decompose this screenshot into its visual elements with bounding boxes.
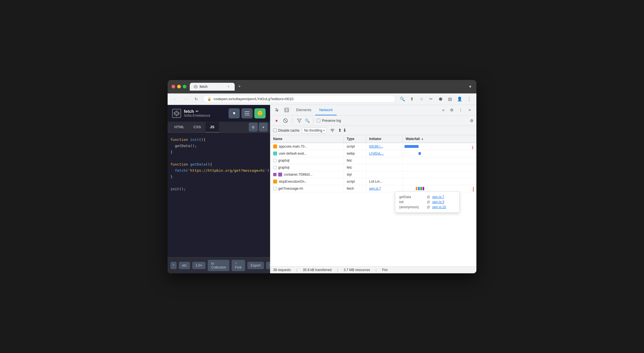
- scissors-icon[interactable]: ✂: [427, 95, 435, 103]
- editor-settings-button[interactable]: ⚙: [249, 123, 258, 132]
- td-initiator[interactable]: 69186.j...: [366, 143, 403, 150]
- sort-arrow-icon[interactable]: ▲: [421, 137, 424, 140]
- td-type: script: [344, 143, 366, 150]
- more-menu-icon[interactable]: ⋮: [465, 95, 473, 103]
- table-row[interactable]: appcues.main.70... script 69186.j...: [270, 143, 476, 150]
- network-settings-icon[interactable]: ⚙: [470, 118, 474, 123]
- collapse-button[interactable]: ^: [170, 262, 177, 269]
- code-line-5: function getData(){: [170, 161, 270, 168]
- tab-elements[interactable]: Elements: [292, 105, 315, 115]
- address-input[interactable]: 🔒 codepen.io/sofiayem/pen/LYdGvLg?editor…: [203, 95, 396, 103]
- pen-name: fetch ✏: [184, 109, 210, 114]
- table-row[interactable]: graphql fetc: [270, 157, 476, 164]
- tab-close-button[interactable]: ×: [226, 84, 231, 89]
- td-initiator: [366, 159, 403, 162]
- code-line-3: }: [170, 149, 270, 155]
- clear-button[interactable]: [282, 117, 289, 124]
- list-button[interactable]: [241, 108, 253, 118]
- tab-dropdown-button[interactable]: ▾: [468, 83, 472, 90]
- sidebar-icon[interactable]: ▤: [446, 95, 454, 103]
- share-icon[interactable]: ⬆: [408, 95, 416, 103]
- tab-html[interactable]: HTML: [170, 122, 189, 132]
- record-button[interactable]: ●: [273, 117, 280, 124]
- devtools-settings-icon[interactable]: ⚙: [448, 106, 456, 114]
- heart-button[interactable]: ♥: [229, 108, 240, 118]
- td-waterfall: [403, 144, 476, 149]
- export-button[interactable]: Export: [247, 262, 264, 269]
- address-text: codepen.io/sofiayem/pen/LYdGvLg?editors=…: [214, 97, 293, 101]
- pointer-icon[interactable]: [273, 106, 281, 114]
- throttle-select[interactable]: No throttling ▾: [302, 128, 327, 133]
- tooltip-link-2[interactable]: pen.js:3: [432, 200, 444, 204]
- active-tab[interactable]: fetch ×: [190, 83, 235, 91]
- code-line-6: fetch('https://httpbin.org/get?message=h…: [170, 168, 270, 174]
- table-row[interactable]: stopExecutionOn... script Lrd Lm...: [270, 178, 476, 185]
- row-icon-orange: [273, 145, 277, 148]
- tab-network[interactable]: Network: [315, 105, 337, 115]
- tooltip-at-1: @: [427, 195, 430, 199]
- svg-rect-21: [286, 109, 288, 111]
- wifi-icon: [330, 128, 335, 133]
- row-checkbox[interactable]: [273, 159, 277, 162]
- devtools-close-icon[interactable]: ×: [466, 106, 474, 114]
- close-traffic-light[interactable]: [172, 85, 175, 88]
- devtools-menu-icon[interactable]: ⋮: [457, 106, 465, 114]
- td-initiator: Lrd Lm...: [366, 178, 403, 185]
- tab-css[interactable]: CSS: [189, 122, 205, 132]
- bookmark-icon[interactable]: ☆: [417, 95, 425, 103]
- preserve-log-checkbox[interactable]: [317, 119, 320, 122]
- tooltip-at-3: @: [427, 205, 430, 209]
- th-waterfall: Waterfall ▲: [403, 135, 476, 143]
- row-checkbox-checked[interactable]: [273, 173, 277, 176]
- svg-rect-18: [245, 115, 250, 115]
- td-type: webp: [344, 150, 366, 157]
- upload-icon[interactable]: ⬆: [338, 128, 342, 133]
- maximize-traffic-light[interactable]: [183, 85, 186, 88]
- minimize-traffic-light[interactable]: [177, 85, 181, 88]
- edit-icon[interactable]: ✏: [196, 109, 198, 113]
- row-checkbox-3[interactable]: [273, 187, 277, 190]
- refresh-button[interactable]: ↻: [192, 95, 200, 103]
- collection-button[interactable]: to Collection: [208, 260, 229, 271]
- fork-button[interactable]: ⑂ Fork: [232, 260, 245, 271]
- row-checkbox[interactable]: [273, 166, 277, 169]
- author-name: Sofia Emelianova: [184, 114, 210, 118]
- table-row[interactable]: get?message=hi fetch pen.js:7: [270, 185, 476, 192]
- table-row[interactable]: user-default-avat... webp LYdGvL...: [270, 150, 476, 157]
- td-waterfall: [403, 159, 476, 162]
- new-tab-button[interactable]: +: [236, 83, 243, 90]
- disable-cache-checkbox[interactable]: [273, 129, 277, 132]
- table-row[interactable]: graphql fetc: [270, 164, 476, 171]
- devtools-toolbar: ● 🔍: [270, 116, 476, 126]
- td-initiator[interactable]: LYdGvL...: [366, 150, 403, 157]
- back-button[interactable]: ←: [171, 95, 179, 103]
- td-name: get?message=hi: [270, 185, 344, 192]
- extensions-icon[interactable]: ⬟: [437, 95, 444, 103]
- download-icon[interactable]: ⬇: [343, 128, 346, 133]
- devtools-header: Elements Network » ⚙ ⋮ ×: [270, 105, 476, 116]
- filter-icon[interactable]: [296, 117, 303, 124]
- forward-button[interactable]: →: [182, 95, 189, 103]
- td-initiator-link[interactable]: pen.js:7: [366, 185, 403, 192]
- tooltip-link-1[interactable]: pen.js:7: [432, 195, 444, 199]
- td-waterfall: [403, 151, 476, 156]
- table-row[interactable]: container.7099d3... styl: [270, 171, 476, 178]
- editor-collapse-button[interactable]: ▾: [259, 123, 268, 132]
- tab-js[interactable]: JS: [205, 122, 219, 132]
- td-initiator: [366, 173, 403, 176]
- frames-icon[interactable]: [283, 106, 291, 114]
- codepen-panel: fetch ✏ Sofia Emelianova ♥: [168, 105, 270, 273]
- preview-button[interactable]: 🙂: [254, 108, 266, 118]
- network-search-icon[interactable]: 🔍: [305, 118, 310, 123]
- preserve-log-area: Preserve log: [317, 119, 341, 123]
- network-table: Name Type Initiator Waterfall ▲ appcues.…: [270, 135, 476, 266]
- more-tabs-icon[interactable]: »: [440, 105, 446, 115]
- preserve-log-label: Preserve log: [322, 119, 341, 123]
- tab-label: fetch: [200, 84, 207, 89]
- zoom-value[interactable]: 1.0×: [192, 262, 206, 269]
- profile-icon[interactable]: 👤: [456, 95, 463, 103]
- search-icon[interactable]: 🔍: [398, 95, 406, 103]
- tooltip-link-3[interactable]: pen.js:10: [432, 205, 446, 209]
- devtools-filter-bar: Disable cache No throttling ▾ ⬆: [270, 126, 476, 135]
- throttle-value: No throttling: [304, 129, 322, 132]
